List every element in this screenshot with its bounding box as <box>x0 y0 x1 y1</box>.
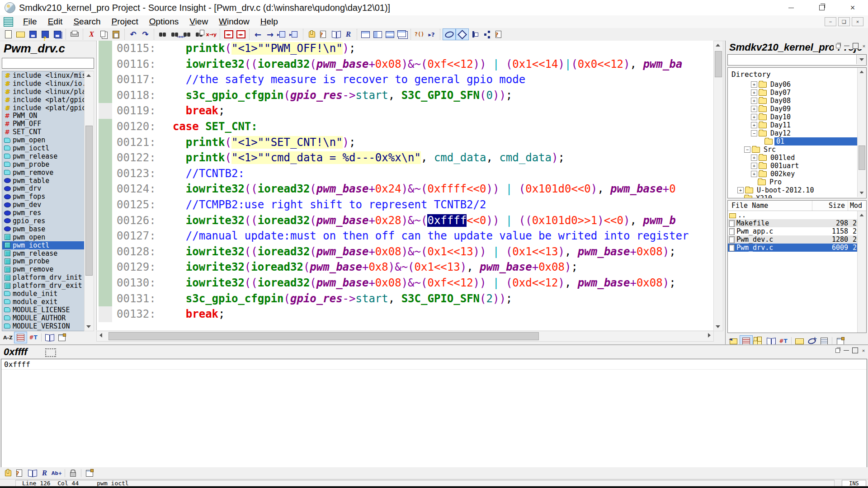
symbol-list-item[interactable]: MODULE_AUTHOR <box>2 314 85 322</box>
help-window-icon[interactable] <box>493 29 505 40</box>
symbol-list-item[interactable]: MODULE_VERSION <box>2 322 85 330</box>
properties-icon[interactable] <box>56 332 68 343</box>
symbol-list[interactable]: #include <linux/mis#include <linux/io.#i… <box>2 71 85 331</box>
menu-project[interactable]: Project <box>106 16 144 28</box>
context-window-toggle-icon[interactable] <box>443 28 456 40</box>
scroll-right-button[interactable] <box>705 331 713 339</box>
code-line[interactable]: 00131: s3c_gpio_cfgpin(gpio_res->start, … <box>97 291 713 307</box>
regex-icon[interactable]: R <box>38 468 51 479</box>
code-editor[interactable]: 00115: printk("<1>""PWM_OFF!\n");00116: … <box>96 41 713 330</box>
code-line[interactable]: 00132: break; <box>97 306 713 322</box>
tree-expander[interactable]: + <box>751 98 757 104</box>
tree-item-day12[interactable]: −Day12 <box>728 129 866 137</box>
code-line[interactable]: 00123: //TCNTB2: <box>97 166 713 182</box>
relation-window-toggle-icon[interactable] <box>456 28 469 40</box>
column-size[interactable]: Size <box>812 201 848 211</box>
symbol-list-item[interactable]: pwm_release <box>2 249 85 258</box>
menu-search[interactable]: Search <box>68 16 106 28</box>
tree-item-002key[interactable]: +002key <box>728 170 866 178</box>
tree-item-day06[interactable]: +Day06 <box>728 80 866 89</box>
symbol-list-item[interactable]: pwm_dev <box>2 201 85 209</box>
code-line[interactable]: 00116: iowrite32((ioread32(pwm_base+0x08… <box>97 56 713 72</box>
tree-expander[interactable]: + <box>751 114 757 120</box>
tree-item-day08[interactable]: +Day08 <box>728 97 866 105</box>
window-layout-full-icon[interactable] <box>372 29 384 40</box>
tree-expander[interactable]: + <box>751 163 757 169</box>
tree-expander[interactable]: − <box>751 130 757 136</box>
scroll-down-button[interactable] <box>858 189 865 197</box>
editor-horizontal-scrollbar[interactable] <box>96 331 714 342</box>
sort-alpha-icon[interactable]: A-Z <box>2 332 14 343</box>
file-list-header[interactable]: File Name Size Mod <box>728 201 866 211</box>
symbol-list-item[interactable]: #include <plat/gpio <box>2 104 85 112</box>
code-line[interactable]: 00130: iowrite32((ioread32(pwm_base+0x08… <box>97 275 713 291</box>
print-icon[interactable] <box>68 29 80 40</box>
redo-icon[interactable]: ↷ <box>139 29 151 40</box>
menu-help[interactable]: Help <box>255 16 283 28</box>
menu-edit[interactable]: Edit <box>42 16 68 28</box>
restore-button[interactable] <box>807 0 837 15</box>
tree-expander[interactable]: − <box>744 146 750 153</box>
find-next-icon[interactable] <box>169 29 181 40</box>
tree-item-pro[interactable]: Pro <box>728 178 866 186</box>
symbol-list-item[interactable]: pwm_table <box>2 177 85 185</box>
symbol-list-item[interactable]: pwm_res <box>2 209 85 217</box>
column-modified[interactable]: Mod <box>848 201 866 211</box>
combobox-dropdown-button[interactable] <box>856 55 866 64</box>
symbol-info-icon[interactable] <box>14 468 26 479</box>
find-in-files-icon[interactable] <box>193 29 205 40</box>
symbol-list-item[interactable]: MODULE_DESCRIPTION <box>2 330 85 332</box>
file-row[interactable]: Pwm_drv.c600920 <box>728 244 866 252</box>
browse-symbol-icon[interactable] <box>2 468 14 479</box>
symbol-list-item[interactable]: #include <linux/io. <box>2 80 85 88</box>
scroll-down-button[interactable] <box>85 323 93 331</box>
symbol-list-item[interactable]: module_exit <box>2 298 85 306</box>
scroll-left-button[interactable] <box>97 331 105 339</box>
scrollbar-thumb[interactable] <box>85 126 93 276</box>
directory-tree[interactable]: Directory +Day06+Day07+Day08+Day09+Day10… <box>727 67 867 198</box>
browse-symbol-icon[interactable] <box>306 29 318 40</box>
symbol-list-item[interactable]: pwm_ioctl <box>2 144 85 152</box>
tree-expander[interactable]: + <box>751 106 757 112</box>
tree-expander[interactable]: + <box>751 155 757 161</box>
file-row[interactable]: Pwm_dev.c128020 <box>728 235 866 244</box>
pane-maximize-button[interactable] <box>851 347 859 354</box>
code-line[interactable]: 00124: iowrite32((ioread32(pwm_base+0x24… <box>97 181 713 197</box>
symbol-list-item[interactable]: pwm_probe <box>2 160 85 169</box>
save-as-icon[interactable] <box>39 29 51 40</box>
pane-minimize-button[interactable] <box>843 347 850 354</box>
menu-options[interactable]: Options <box>144 16 184 28</box>
code-line[interactable]: 00121: printk("<1>""SET_CNT!\n"); <box>97 135 713 150</box>
file-row[interactable]: Pwm_app.c115820 <box>728 227 866 235</box>
file-row[interactable]: Makefile29820 <box>728 219 866 227</box>
tree-item-src[interactable]: −Src <box>728 145 866 154</box>
symbol-list-item[interactable]: pwm_open <box>2 233 85 241</box>
replace-icon[interactable]: x→y <box>205 29 217 40</box>
code-line[interactable]: 00125: //TCMPB2:use right shift to repre… <box>97 197 713 213</box>
paste-icon[interactable] <box>110 29 122 40</box>
symbol-filter-input[interactable] <box>2 58 94 69</box>
editor-vertical-scrollbar[interactable] <box>713 41 723 331</box>
symbol-list-item[interactable]: MODULE_LICENSE <box>2 306 85 314</box>
tree-item-x210[interactable]: X210 <box>728 194 866 198</box>
save-icon[interactable] <box>27 29 39 40</box>
code-line[interactable]: 00118: s3c_gpio_cfgpin(gpio_res->start, … <box>97 88 713 103</box>
symbol-list-item[interactable]: #include <linux/mis <box>2 71 85 80</box>
minimize-button[interactable] <box>776 0 807 15</box>
scroll-up-button[interactable] <box>714 41 722 49</box>
window-layout-split-icon[interactable] <box>384 29 396 40</box>
tree-item-001led[interactable]: +001led <box>728 154 866 162</box>
file-row[interactable]: .. <box>728 211 866 219</box>
symbol-list-item[interactable]: pwm_release <box>2 152 85 160</box>
code-line[interactable]: 00120: case SET_CNT: <box>97 119 713 135</box>
symbol-list-item[interactable]: #PWM_ON <box>2 112 85 120</box>
file-list[interactable]: File Name Size Mod ..Makefile29820Pwm_ap… <box>727 200 867 333</box>
context-content[interactable]: 0xffff <box>1 359 867 468</box>
symbol-list-scrollbar[interactable] <box>84 71 94 331</box>
push-context-icon[interactable] <box>276 29 288 40</box>
tree-item-01[interactable]: 01 <box>728 137 866 145</box>
tree-item-day09[interactable]: +Day09 <box>728 105 866 113</box>
symbol-type-icon[interactable]: #T <box>27 332 39 343</box>
code-line[interactable]: 00127: //manual update:must on then off … <box>97 228 713 244</box>
copy-icon[interactable] <box>98 29 110 40</box>
